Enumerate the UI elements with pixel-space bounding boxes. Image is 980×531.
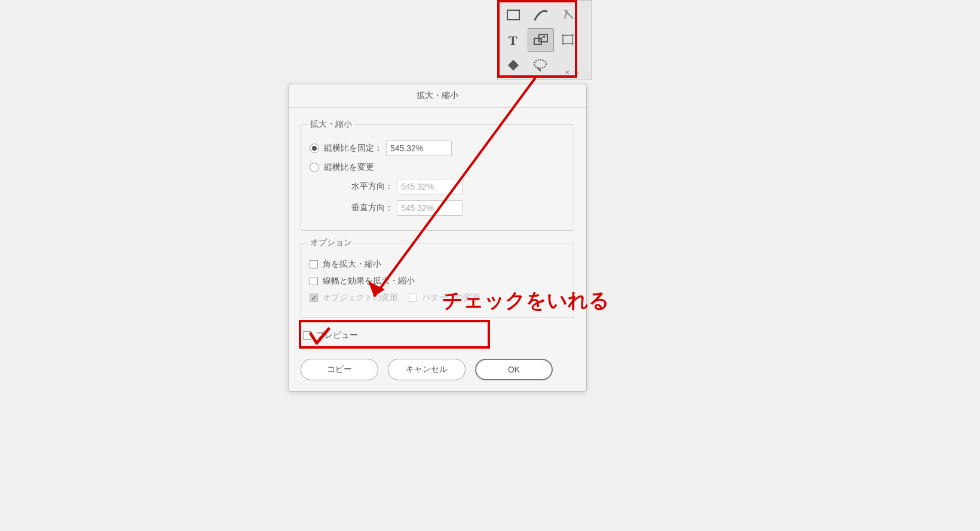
preview-checkbox[interactable]	[303, 331, 311, 340]
shape-tool[interactable]	[500, 53, 526, 77]
scale-group: 拡大・縮小 縦横比を固定： 545.32% 縦横比を変更 水平方向： 545.3…	[301, 124, 574, 231]
svg-point-7	[571, 34, 574, 36]
svg-point-8	[562, 42, 564, 45]
options-group-label: オプション	[307, 237, 355, 248]
scale-tool[interactable]	[528, 28, 554, 52]
svg-point-11	[534, 60, 546, 68]
scale-corners-row[interactable]: 角を拡大・縮小	[310, 259, 565, 270]
annotation-text: チェックをいれる	[442, 287, 610, 315]
lock-aspect-row[interactable]: 縦横比を固定： 545.32%	[310, 141, 565, 156]
scale-corners-label: 角を拡大・縮小	[323, 259, 381, 270]
cancel-button[interactable]: キャンセル	[388, 359, 466, 380]
horizontal-row: 水平方向： 545.32%	[351, 179, 565, 194]
transform-objects-label: オブジェクトの変形	[323, 292, 398, 303]
free-transform-tool[interactable]	[555, 28, 581, 52]
rectangle-tool[interactable]	[500, 3, 526, 27]
scale-strokes-checkbox[interactable]	[310, 277, 318, 285]
scale-group-label: 拡大・縮小	[307, 119, 355, 130]
horizontal-input[interactable]: 545.32%	[397, 179, 463, 194]
lock-aspect-label: 縦横比を固定：	[324, 143, 382, 154]
svg-marker-10	[508, 60, 519, 71]
type-tool[interactable]: T	[500, 28, 526, 52]
svg-text:T: T	[509, 33, 517, 47]
copy-button[interactable]: コピー	[301, 359, 378, 380]
tool-extra-1[interactable]	[555, 3, 581, 27]
change-aspect-row[interactable]: 縦横比を変更	[310, 162, 565, 173]
change-aspect-radio[interactable]	[310, 163, 319, 172]
tool-panel: T × »	[497, 0, 592, 80]
lock-aspect-input[interactable]: 545.32%	[386, 141, 452, 156]
transform-patterns-checkbox	[409, 294, 417, 302]
ok-button[interactable]: OK	[475, 359, 553, 380]
vertical-input[interactable]: 545.32%	[397, 200, 463, 216]
preview-row[interactable]: プレビュー	[303, 330, 574, 341]
scale-strokes-row[interactable]: 線幅と効果を拡大・縮小	[310, 276, 565, 286]
lock-aspect-radio[interactable]	[310, 144, 319, 153]
svg-rect-0	[507, 10, 519, 20]
transform-objects-checkbox	[310, 294, 318, 302]
svg-rect-5	[563, 35, 572, 44]
lasso-tool[interactable]	[528, 53, 554, 77]
scale-strokes-label: 線幅と効果を拡大・縮小	[323, 276, 415, 286]
scale-dialog: 拡大・縮小 拡大・縮小 縦横比を固定： 545.32% 縦横比を変更 水平方向：…	[288, 84, 587, 392]
vertical-label: 垂直方向：	[351, 203, 393, 213]
change-aspect-label: 縦横比を変更	[324, 162, 374, 173]
preview-label: プレビュー	[316, 330, 358, 341]
close-panel[interactable]: × »	[555, 53, 581, 77]
svg-point-6	[562, 34, 564, 36]
dialog-title: 拡大・縮小	[289, 84, 586, 108]
dialog-buttons: コピー キャンセル OK	[289, 359, 586, 391]
vertical-row: 垂直方向： 545.32%	[351, 200, 565, 216]
horizontal-label: 水平方向：	[351, 181, 393, 192]
scale-corners-checkbox[interactable]	[310, 260, 318, 268]
svg-point-9	[571, 42, 574, 45]
brush-tool[interactable]	[528, 3, 554, 27]
